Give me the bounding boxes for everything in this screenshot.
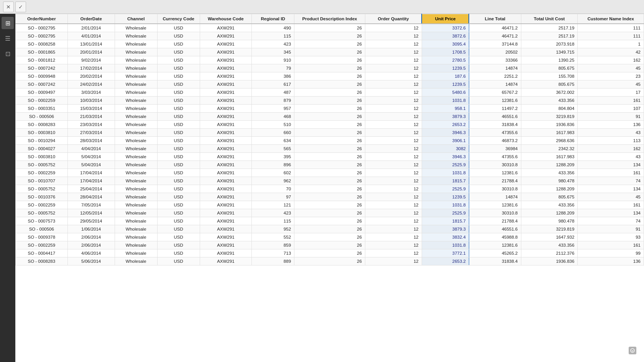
table-row[interactable]: SO - 00022592/06/2014WholesaleUSDAXW2918…: [16, 241, 644, 249]
cell-regionalId: 115: [252, 32, 294, 40]
cell-regionalId: 879: [252, 97, 294, 105]
table-row[interactable]: SO - 000381027/03/2014WholesaleUSDAXW291…: [16, 129, 644, 137]
cell-totalUnitCost: 433.356: [521, 97, 578, 105]
table-row[interactable]: SO - 000994820/02/2014WholesaleUSDAXW291…: [16, 72, 644, 80]
cell-lineTotal: 20502: [469, 48, 521, 56]
col-header-productDescIndex[interactable]: Product Description Index: [294, 14, 365, 24]
col-header-customerNameIndex[interactable]: Customer Name Index: [578, 14, 644, 24]
cell-totalUnitCost: 433.356: [521, 241, 578, 249]
cell-regionalId: 896: [252, 161, 294, 169]
table-row[interactable]: SO - 000575225/04/2014WholesaleUSDAXW291…: [16, 185, 644, 193]
cell-orderNumber: SO - 0002259: [16, 169, 68, 177]
sidebar-item-grid[interactable]: ⊞: [2, 17, 14, 29]
table-row[interactable]: SO - 000724217/02/2014WholesaleUSDAXW291…: [16, 64, 644, 72]
cell-customerNameIndex: 91: [578, 225, 644, 233]
cell-totalUnitCost: 804.804: [521, 105, 578, 113]
table-row[interactable]: SO - 00038105/04/2014WholesaleUSDAXW2913…: [16, 153, 644, 161]
table-row[interactable]: SO - 000828323/03/2014WholesaleUSDAXW291…: [16, 121, 644, 129]
cell-totalUnitCost: 2968.636: [521, 137, 578, 145]
cell-orderDate: 23/03/2014: [67, 121, 115, 129]
table-row[interactable]: SO - 0005061/06/2014WholesaleUSDAXW29195…: [16, 225, 644, 233]
col-header-warehouseCode[interactable]: Warehouse Code: [200, 14, 252, 24]
cell-lineTotal: 30310.8: [469, 161, 521, 169]
close-button[interactable]: ✕: [3, 2, 14, 12]
cell-warehouseCode: AXW291: [200, 40, 252, 48]
cell-orderNumber: SO - 0002259: [16, 241, 68, 249]
table-row[interactable]: SO - 00093782/06/2014WholesaleUSDAXW2915…: [16, 233, 644, 241]
table-row[interactable]: SO - 00018129/02/2014WholesaleUSDAXW2919…: [16, 56, 644, 64]
cell-channel: Wholesale: [115, 193, 157, 201]
table-row[interactable]: SO - 000335115/03/2014WholesaleUSDAXW291…: [16, 105, 644, 113]
col-header-orderQuantity[interactable]: Order Quantity: [365, 14, 422, 24]
table-row[interactable]: SO - 000724224/02/2014WholesaleUSDAXW291…: [16, 80, 644, 88]
cell-currencyCode: USD: [157, 169, 200, 177]
table-row[interactable]: SO - 00094973/03/2014WholesaleUSDAXW2914…: [16, 88, 644, 97]
table-row[interactable]: SO - 00027954/01/2014WholesaleUSDAXW2911…: [16, 32, 644, 40]
cell-unitPrice: 1239.5: [422, 193, 469, 201]
cell-productDescIndex: 26: [294, 72, 365, 80]
table-wrapper[interactable]: OrderNumberOrderDateChannelCurrency Code…: [15, 14, 644, 362]
grid-icon: ⊞: [5, 20, 10, 27]
table-row[interactable]: SO - 00057525/04/2014WholesaleUSDAXW2918…: [16, 161, 644, 169]
cell-customerNameIndex: 161: [578, 201, 644, 209]
col-header-channel[interactable]: Channel: [115, 14, 157, 24]
col-header-orderNumber[interactable]: OrderNumber: [16, 14, 68, 24]
cell-totalUnitCost: 1349.715: [521, 48, 578, 56]
cell-warehouseCode: AXW291: [200, 201, 252, 209]
cell-regionalId: 97: [252, 193, 294, 201]
table-row[interactable]: SO - 00082835/06/2014WholesaleUSDAXW2918…: [16, 257, 644, 265]
cell-unitPrice: 3772.1: [422, 249, 469, 257]
cell-regionalId: 79: [252, 64, 294, 72]
col-header-currencyCode[interactable]: Currency Code: [157, 14, 200, 24]
cell-totalUnitCost: 1936.836: [521, 257, 578, 265]
confirm-button[interactable]: ✓: [15, 2, 26, 12]
cell-customerNameIndex: 113: [578, 137, 644, 145]
cell-unitPrice: 2653.2: [422, 257, 469, 265]
cell-orderQuantity: 12: [365, 233, 422, 241]
toolbar: ✕ ✓: [0, 0, 644, 14]
cell-orderDate: 5/04/2014: [67, 153, 115, 161]
cell-orderNumber: SO - 0007242: [16, 80, 68, 88]
cell-totalUnitCost: 2112.376: [521, 249, 578, 257]
table-row[interactable]: SO - 00040274/04/2014WholesaleUSDAXW2915…: [16, 145, 644, 153]
cell-unitPrice: 1031.8: [422, 169, 469, 177]
cell-orderNumber: SO - 0004417: [16, 249, 68, 257]
sidebar-item-table[interactable]: ⊡: [2, 48, 14, 60]
col-header-orderDate[interactable]: OrderDate: [67, 14, 115, 24]
table-row[interactable]: SO - 000225910/03/2014WholesaleUSDAXW291…: [16, 97, 644, 105]
col-header-regionalId[interactable]: Regional ID: [252, 14, 294, 24]
table-row[interactable]: SO - 00050621/03/2014WholesaleUSDAXW2914…: [16, 113, 644, 121]
col-header-unitPrice[interactable]: Unit Price: [422, 14, 469, 24]
cell-totalUnitCost: 805.675: [521, 193, 578, 201]
table-row[interactable]: SO - 001070717/04/2014WholesaleUSDAXW291…: [16, 177, 644, 185]
table-row[interactable]: SO - 000186520/01/2014WholesaleUSDAXW291…: [16, 48, 644, 56]
table-row[interactable]: SO - 00044174/06/2014WholesaleUSDAXW2917…: [16, 249, 644, 257]
cell-orderQuantity: 12: [365, 105, 422, 113]
cell-lineTotal: 30310.8: [469, 185, 521, 193]
table-row[interactable]: SO - 000825813/01/2014WholesaleUSDAXW291…: [16, 40, 644, 48]
cell-orderQuantity: 12: [365, 40, 422, 48]
table-row[interactable]: SO - 001037628/04/2014WholesaleUSDAXW291…: [16, 193, 644, 201]
table-row[interactable]: SO - 000757329/05/2014WholesaleUSDAXW291…: [16, 217, 644, 225]
cell-unitPrice: 1815.7: [422, 217, 469, 225]
cell-productDescIndex: 26: [294, 241, 365, 249]
cell-channel: Wholesale: [115, 88, 157, 97]
cell-orderQuantity: 12: [365, 193, 422, 201]
table-row[interactable]: SO - 001029428/03/2014WholesaleUSDAXW291…: [16, 137, 644, 145]
cell-orderQuantity: 12: [365, 80, 422, 88]
cell-orderQuantity: 12: [365, 48, 422, 56]
cell-regionalId: 552: [252, 233, 294, 241]
table-row[interactable]: SO - 00022597/05/2014WholesaleUSDAXW2911…: [16, 201, 644, 209]
cell-orderQuantity: 12: [365, 177, 422, 185]
cell-channel: Wholesale: [115, 145, 157, 153]
table-row[interactable]: SO - 000225917/04/2014WholesaleUSDAXW291…: [16, 169, 644, 177]
table-row[interactable]: SO - 000575212/05/2014WholesaleUSDAXW291…: [16, 209, 644, 217]
cell-regionalId: 115: [252, 217, 294, 225]
col-header-totalUnitCost[interactable]: Total Unit Cost: [521, 14, 578, 24]
cell-warehouseCode: AXW291: [200, 48, 252, 56]
cell-totalUnitCost: 805.675: [521, 64, 578, 72]
cell-orderNumber: SO - 0010376: [16, 193, 68, 201]
sidebar-item-list[interactable]: ☰: [2, 32, 14, 44]
col-header-lineTotal[interactable]: Line Total: [469, 14, 521, 24]
table-row[interactable]: SO - 00027952/01/2014WholesaleUSDAXW2914…: [16, 24, 644, 32]
